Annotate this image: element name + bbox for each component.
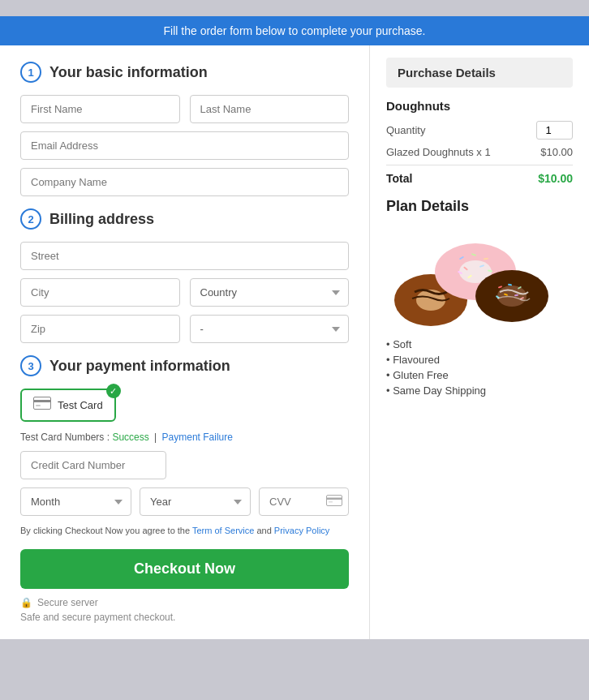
- quantity-input[interactable]: [536, 121, 573, 140]
- credit-card-icon: [33, 397, 51, 414]
- email-input[interactable]: [20, 131, 349, 160]
- left-panel: 1 Your basic information 2 Billing addre…: [0, 45, 370, 639]
- separator: |: [154, 432, 157, 443]
- section3-header: 3 Your payment information: [20, 355, 349, 376]
- secure-subtext: Safe and secure payment checkout.: [20, 612, 349, 623]
- features-list: SoftFlavouredGluten FreeSame Day Shippin…: [386, 338, 573, 397]
- feature-item: Same Day Shipping: [386, 384, 573, 397]
- zip-state-row: -: [20, 315, 349, 343]
- company-row: [20, 168, 349, 196]
- card-option-wrapper: ✓ Test Card: [20, 389, 349, 432]
- section2-title: Billing address: [49, 211, 154, 228]
- cvv-wrapper: [259, 487, 349, 516]
- svg-point-19: [497, 286, 527, 307]
- section3-title: Your payment information: [49, 358, 230, 375]
- card-option[interactable]: ✓ Test Card: [20, 389, 116, 422]
- city-country-row: Country United States United Kingdom Can…: [20, 278, 349, 307]
- svg-rect-4: [326, 497, 342, 500]
- svg-rect-3: [327, 495, 342, 505]
- page-wrapper: Fill the order form below to complete yo…: [0, 16, 589, 639]
- feature-item: Soft: [386, 338, 573, 350]
- name-row: [20, 95, 349, 123]
- svg-rect-2: [36, 405, 41, 406]
- checkout-button[interactable]: Checkout Now: [20, 549, 349, 589]
- doughnuts-svg: [386, 223, 548, 329]
- failure-link[interactable]: Payment Failure: [162, 432, 233, 443]
- zip-input[interactable]: [20, 315, 180, 343]
- quantity-label: Quantity: [386, 124, 425, 136]
- privacy-link[interactable]: Privacy Policy: [274, 526, 329, 535]
- quantity-row: Quantity: [386, 121, 573, 140]
- year-select[interactable]: Year 2024 2025 2026 2027 2028: [140, 487, 251, 516]
- tos-link[interactable]: Term of Service: [192, 526, 254, 535]
- street-row: [20, 242, 349, 270]
- card-label-text: Test Card: [58, 399, 103, 411]
- state-select[interactable]: -: [190, 315, 350, 343]
- secure-info: 🔒 Secure server: [20, 597, 349, 608]
- total-label: Total: [386, 172, 412, 185]
- country-select[interactable]: Country United States United Kingdom Can…: [190, 278, 350, 307]
- top-banner: Fill the order form below to complete yo…: [0, 16, 589, 45]
- svg-rect-0: [34, 397, 51, 410]
- company-input[interactable]: [20, 168, 349, 196]
- test-card-label: Test Card Numbers :: [20, 432, 110, 443]
- banner-text: Fill the order form below to complete yo…: [164, 24, 426, 37]
- main-content: 1 Your basic information 2 Billing addre…: [0, 45, 589, 639]
- section2-header: 2 Billing address: [20, 208, 349, 230]
- section2-number: 2: [20, 208, 41, 230]
- item-row: Glazed Doughnuts x 1 $10.00: [386, 146, 573, 158]
- last-name-input[interactable]: [190, 95, 350, 123]
- right-panel: Purchase Details Doughnuts Quantity Glaz…: [370, 45, 589, 639]
- svg-rect-1: [33, 400, 51, 402]
- success-link[interactable]: Success: [112, 432, 148, 443]
- feature-item: Flavoured: [386, 354, 573, 366]
- purchase-details-header: Purchase Details: [386, 58, 573, 88]
- item-price: $10.00: [540, 146, 573, 158]
- cvv-card-icon: [326, 495, 342, 509]
- plan-details-title: Plan Details: [386, 198, 573, 215]
- terms-text: By clicking Checkout Now you agree to th…: [20, 524, 349, 538]
- cc-input[interactable]: [20, 451, 166, 479]
- section1-header: 1 Your basic information: [20, 62, 349, 83]
- section1-number: 1: [20, 62, 41, 83]
- first-name-input[interactable]: [20, 95, 180, 123]
- total-value: $10.00: [538, 172, 573, 185]
- item-label: Glazed Doughnuts x 1: [386, 146, 491, 158]
- section1-title: Your basic information: [49, 64, 208, 81]
- section3-number: 3: [20, 355, 41, 376]
- city-input[interactable]: [20, 278, 180, 307]
- total-row: Total $10.00: [386, 165, 573, 185]
- secure-label: Secure server: [37, 597, 98, 608]
- doughnut-image: [386, 223, 548, 329]
- test-card-info: Test Card Numbers : Success | Payment Fa…: [20, 432, 349, 443]
- card-check-icon: ✓: [106, 384, 121, 398]
- product-name: Doughnuts: [386, 99, 573, 113]
- email-row: [20, 131, 349, 160]
- feature-item: Gluten Free: [386, 369, 573, 381]
- month-select[interactable]: Month 01 02 03 04 05 06 07 08 09 10 11 1…: [20, 487, 131, 516]
- lock-icon: 🔒: [20, 597, 32, 608]
- svg-rect-5: [329, 501, 333, 503]
- street-input[interactable]: [20, 242, 349, 270]
- cvv-row: Month 01 02 03 04 05 06 07 08 09 10 11 1…: [20, 487, 349, 516]
- cc-row: [20, 451, 349, 479]
